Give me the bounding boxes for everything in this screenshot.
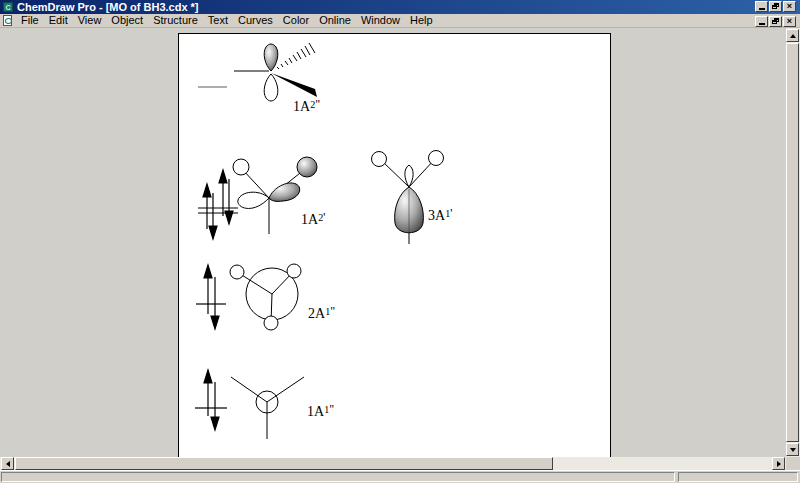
chemdraw-app-icon: C (3, 2, 13, 12)
h-orbital-circle (372, 152, 387, 167)
h-orbital-circle (230, 265, 244, 279)
title-bar[interactable]: C ChemDraw Pro - [MO of BH3.cdx *] × (0, 0, 800, 14)
vertical-scrollbar[interactable] (786, 28, 800, 457)
chemdraw-window: C ChemDraw Pro - [MO of BH3.cdx *] × Fil… (0, 0, 800, 483)
electron-arrows (196, 265, 226, 329)
scroll-right-button[interactable] (772, 457, 785, 470)
electron-arrows (195, 370, 227, 430)
status-panel-secondary (678, 472, 798, 482)
vertical-scroll-thumb[interactable] (786, 43, 799, 442)
status-bar (0, 470, 800, 483)
close-icon: × (784, 17, 795, 26)
restore-icon (772, 18, 780, 25)
document-page[interactable]: 1A2" (178, 33, 611, 457)
child-restore-button[interactable] (769, 16, 782, 27)
scroll-left-button[interactable] (1, 457, 14, 470)
menu-view[interactable]: View (73, 14, 107, 27)
menu-help[interactable]: Help (405, 14, 438, 27)
horizontal-scroll-thumb[interactable] (15, 457, 553, 470)
menu-file[interactable]: File (16, 14, 44, 27)
orbital-drawing-2a1-doubleprime[interactable] (195, 259, 345, 344)
h-orbital-circle (233, 159, 249, 175)
menu-bar: File Edit View Object Structure Text Cur… (0, 14, 800, 28)
scroll-up-button[interactable] (786, 29, 799, 42)
mo-label-2a1-doubleprime[interactable]: 2A1" (308, 304, 334, 322)
horizontal-scrollbar[interactable] (0, 457, 786, 470)
orbital-drawing-3a1-prime[interactable] (371, 149, 461, 249)
window-title: ChemDraw Pro - [MO of BH3.cdx *] (17, 0, 199, 14)
window-controls: × (755, 1, 796, 12)
menu-structure[interactable]: Structure (148, 14, 203, 27)
mo-label-3a1-prime[interactable]: 3A1' (428, 206, 451, 224)
menu-text[interactable]: Text (203, 14, 233, 27)
status-panel-main (1, 472, 675, 482)
restore-icon (772, 3, 780, 10)
electron-arrows (198, 170, 238, 239)
h-orbital-circle (287, 264, 301, 278)
arrow-left-icon (6, 461, 10, 467)
menu-window[interactable]: Window (356, 14, 405, 27)
menu-online[interactable]: Online (314, 14, 356, 27)
child-minimize-button[interactable] (755, 16, 768, 27)
menu-object[interactable]: Object (106, 14, 148, 27)
mo-label-1a2-prime[interactable]: 1A2' (301, 210, 324, 228)
minimize-button[interactable] (755, 1, 768, 12)
h-orbital-circle (429, 151, 444, 166)
lobe-white-loop (238, 192, 269, 208)
document-icon[interactable] (3, 15, 12, 26)
arrow-down-icon (790, 448, 796, 452)
minimize-icon (759, 8, 765, 10)
scrollbar-corner (786, 457, 800, 470)
menu-color[interactable]: Color (278, 14, 314, 27)
close-button[interactable]: × (783, 1, 796, 12)
mo-label-1a1-doubleprime[interactable]: 1A1" (307, 402, 333, 420)
lobe-shaded (269, 183, 300, 201)
orbital-drawing-1a2-prime[interactable] (195, 151, 345, 246)
arrow-right-icon (777, 461, 781, 467)
drawing-workspace: 1A2" (0, 28, 786, 457)
arrow-up-icon (790, 34, 796, 38)
mo-label-1a2-doubleprime[interactable]: 1A2" (293, 97, 319, 115)
p-lobe-white (264, 74, 278, 101)
h-orbital-sphere-shaded (297, 157, 317, 177)
menu-edit[interactable]: Edit (44, 14, 73, 27)
hashed-wedge-bond (277, 43, 315, 69)
p-lobe-shaded (264, 44, 278, 71)
child-window-controls: × (755, 16, 796, 27)
scroll-down-button[interactable] (786, 443, 799, 456)
minimize-icon (759, 23, 765, 25)
menu-curves[interactable]: Curves (233, 14, 278, 27)
close-icon: × (784, 2, 795, 11)
h-orbital-circle (264, 316, 278, 330)
restore-button[interactable] (769, 1, 782, 12)
child-close-button[interactable]: × (783, 16, 796, 27)
